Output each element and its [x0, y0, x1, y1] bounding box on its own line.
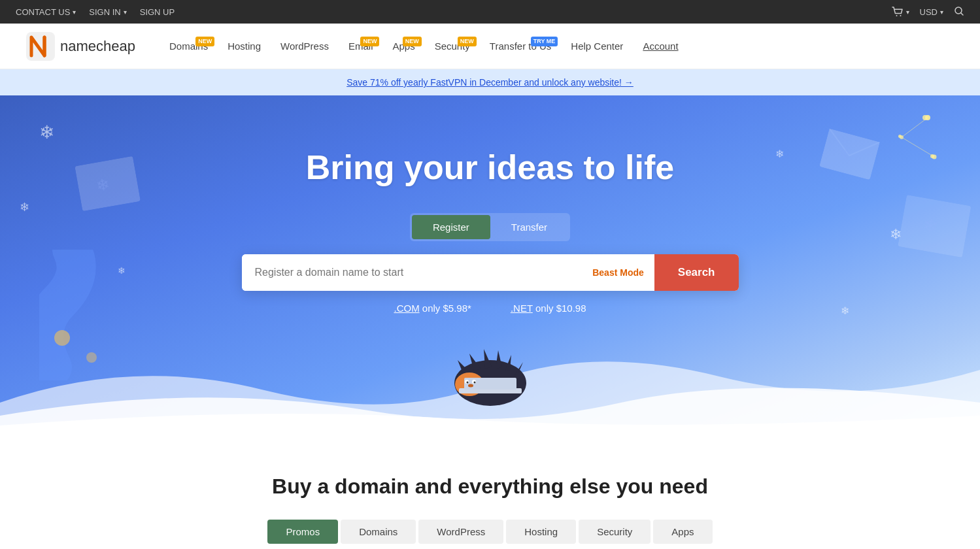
transfer-toggle-btn[interactable]: Transfer — [490, 215, 568, 239]
svg-line-5 — [902, 137, 934, 157]
logo-icon — [26, 32, 55, 61]
cart-icon — [892, 7, 904, 17]
nav-item-transfer[interactable]: TRY ME Transfer to Us — [482, 35, 559, 57]
pricing-hints: .COM only $5.98* .NET only $10.98 — [394, 303, 586, 314]
svg-point-25 — [86, 352, 97, 363]
email-badge: NEW — [360, 37, 379, 46]
currency-dropdown[interactable]: USD — [920, 7, 943, 17]
mascot-area — [425, 331, 556, 396]
bottom-section: Buy a domain and everything else you nee… — [0, 435, 980, 549]
deco-card-right-large: ❄ — [897, 195, 971, 260]
top-bar-right: USD — [892, 6, 964, 18]
nav-label-hosting: Hosting — [228, 41, 261, 52]
domains-badge: NEW — [195, 37, 214, 46]
net-link[interactable]: .NET — [511, 303, 533, 314]
com-link[interactable]: .COM — [394, 303, 419, 314]
snowflake-1: ❄ — [39, 122, 54, 143]
tab-apps[interactable]: Apps — [653, 520, 712, 544]
hedgehog-mascot — [425, 331, 556, 409]
svg-point-1 — [900, 15, 901, 16]
snowflake-3: ❄ — [775, 148, 784, 160]
svg-point-22 — [473, 382, 475, 384]
nav-item-domains[interactable]: NEW Domains — [161, 35, 216, 57]
com-price: only $5.98* — [422, 303, 471, 314]
nav-label-help: Help Center — [571, 41, 623, 52]
nav-item-wordpress[interactable]: WordPress — [273, 35, 337, 57]
top-bar: CONTACT US SIGN IN SIGN UP USD — [0, 0, 980, 24]
cart-dropdown[interactable] — [892, 7, 909, 17]
nav-item-account[interactable]: Account — [635, 35, 686, 57]
nav-item-security[interactable]: NEW Security — [427, 35, 478, 57]
net-pricing: .NET only $10.98 — [511, 303, 586, 314]
tab-wordpress[interactable]: WordPress — [418, 520, 503, 544]
bottom-title: Buy a domain and everything else you nee… — [26, 474, 954, 499]
svg-point-24 — [54, 330, 70, 346]
svg-point-7 — [900, 135, 904, 139]
wave-decoration-left — [39, 250, 157, 383]
nav-item-apps[interactable]: NEW Apps — [384, 35, 422, 57]
svg-point-6 — [925, 115, 930, 120]
svg-point-21 — [466, 382, 468, 384]
tab-hosting[interactable]: Hosting — [506, 520, 576, 544]
net-price: only $10.98 — [535, 303, 586, 314]
main-nav: namecheap NEW Domains Hosting WordPress … — [0, 24, 980, 69]
nav-item-hosting[interactable]: Hosting — [220, 35, 269, 57]
tab-promos[interactable]: Promos — [267, 520, 338, 544]
logo[interactable]: namecheap — [26, 32, 135, 61]
search-button[interactable]: Search — [654, 254, 739, 291]
apps-badge: NEW — [403, 37, 422, 46]
nav-items: NEW Domains Hosting WordPress NEW Email … — [161, 35, 954, 57]
logo-text: namecheap — [60, 38, 135, 55]
hero-section: ❄ ❄ ❄ ❄ ❄ ❄ ❄ ❄ ❄ — [0, 95, 980, 435]
hero-title: Bring your ideas to life — [306, 148, 674, 187]
tab-security[interactable]: Security — [579, 520, 651, 544]
top-search-icon[interactable] — [954, 6, 964, 18]
promo-banner: Save 71% off yearly FastVPN in December … — [0, 69, 980, 95]
domain-search-input[interactable] — [242, 254, 583, 291]
promo-link[interactable]: Save 71% off yearly FastVPN in December … — [346, 77, 634, 88]
svg-point-0 — [896, 15, 897, 16]
svg-rect-18 — [464, 378, 516, 390]
search-bar: Beast Mode Search — [242, 254, 739, 291]
svg-line-4 — [902, 118, 928, 137]
register-toggle-btn[interactable]: Register — [412, 215, 490, 239]
snowflake-6: ❄ — [841, 305, 849, 317]
sign-up-link[interactable]: SIGN UP — [140, 7, 175, 17]
search-toggle: Register Transfer — [410, 213, 570, 241]
svg-point-8 — [932, 155, 937, 159]
nav-item-help[interactable]: Help Center — [563, 35, 631, 57]
category-tabs: Promos Domains WordPress Hosting Securit… — [26, 520, 954, 544]
snowflake-2: ❄ — [20, 200, 29, 214]
deco-card-left: ❄ — [75, 156, 141, 214]
sign-in-dropdown[interactable]: SIGN IN — [89, 7, 126, 17]
svg-point-23 — [468, 384, 473, 388]
nav-item-email[interactable]: NEW Email — [341, 35, 381, 57]
beast-mode-button[interactable]: Beast Mode — [582, 254, 654, 291]
transfer-badge: TRY ME — [531, 37, 558, 46]
security-badge: NEW — [458, 37, 477, 46]
contact-us-dropdown[interactable]: CONTACT US — [16, 7, 76, 17]
com-pricing: .COM only $5.98* — [394, 303, 471, 314]
top-bar-left: CONTACT US SIGN IN SIGN UP — [16, 7, 175, 17]
nav-label-wordpress: WordPress — [280, 41, 329, 52]
tab-domains[interactable]: Domains — [341, 520, 416, 544]
